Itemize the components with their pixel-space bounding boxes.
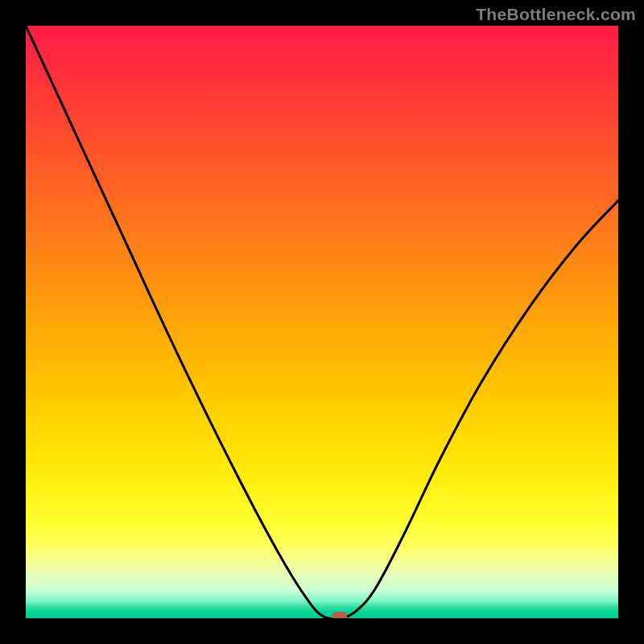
bottleneck-curve (26, 26, 618, 618)
minimum-marker (332, 612, 347, 618)
chart-frame: TheBottleneck.com (0, 0, 644, 644)
bottleneck-curve-svg (26, 26, 618, 618)
watermark-text: TheBottleneck.com (476, 5, 636, 24)
plot-area (26, 26, 618, 618)
